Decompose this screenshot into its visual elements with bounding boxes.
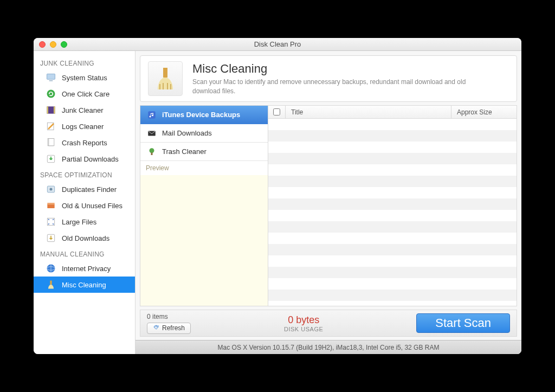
svg-rect-20 — [148, 111, 156, 119]
sidebar-item-old-downloads[interactable]: Old Downloads — [34, 230, 135, 246]
table-row — [268, 210, 517, 221]
download-arrow-icon — [46, 153, 56, 164]
table-row — [268, 267, 517, 278]
sidebar-item-duplicates-finder[interactable]: Duplicates Finder — [34, 181, 135, 197]
table-row — [268, 221, 517, 233]
sidebar-item-misc-cleaning[interactable]: Misc Cleaning — [34, 277, 135, 293]
gear-box-icon — [46, 184, 56, 195]
refresh-button[interactable]: Refresh — [147, 323, 191, 334]
sidebar-item-label: Internet Privacy — [62, 265, 111, 273]
pencil-note-icon — [46, 121, 56, 132]
svg-rect-4 — [47, 106, 49, 113]
sidebar-item-logs-cleaner[interactable]: Logs Cleaner — [34, 118, 135, 134]
select-all-checkbox[interactable] — [273, 108, 280, 115]
sidebar-item-partial-downloads[interactable]: Partial Downloads — [34, 151, 135, 167]
globe-icon — [46, 263, 56, 274]
table-row — [268, 187, 517, 198]
table-row — [268, 244, 517, 255]
refresh-circle-icon — [46, 88, 56, 99]
table-row — [268, 255, 517, 267]
broom-icon — [46, 279, 56, 290]
sidebar-item-label: Duplicates Finder — [62, 185, 117, 194]
trash-tree-icon — [147, 147, 157, 157]
envelope-icon — [147, 128, 157, 138]
results-header: Title Approx Size — [268, 106, 517, 119]
sidebar: JUNK CLEANING System Status One Click Ca… — [34, 51, 135, 354]
footer-bar: 0 items Refresh 0 bytes DISK USAGE Start… — [140, 310, 517, 337]
svg-point-11 — [50, 188, 53, 191]
column-check[interactable] — [268, 106, 286, 118]
window-title: Disk Clean Pro — [34, 40, 521, 48]
table-row — [268, 233, 517, 244]
results-panel: Title Approx Size — [268, 106, 517, 306]
svg-rect-12 — [47, 204, 54, 209]
svg-rect-13 — [47, 203, 54, 204]
sidebar-item-internet-privacy[interactable]: Internet Privacy — [34, 260, 135, 277]
sidebar-item-label: Logs Cleaner — [62, 123, 104, 131]
film-strip-icon — [46, 105, 56, 115]
items-count: 0 items — [147, 313, 191, 320]
sidebar-item-label: System Status — [62, 74, 107, 82]
arrow-down-icon — [46, 233, 56, 243]
disk-usage-bytes: 0 bytes — [191, 314, 416, 326]
system-info-bar: Mac OS X Version 10.15.7 (Build 19H2), i… — [135, 340, 521, 354]
start-scan-button[interactable]: Start Scan — [416, 313, 510, 333]
header-text: Misc Cleaning Scan your Mac to identify … — [192, 62, 474, 96]
sidebar-item-junk-cleaner[interactable]: Junk Cleaner — [34, 102, 135, 118]
sidebar-item-large-files[interactable]: Large Files — [34, 214, 135, 230]
table-row — [268, 153, 517, 164]
refresh-icon — [153, 324, 159, 332]
section-header-junk-cleaning: JUNK CLEANING — [34, 55, 135, 69]
disk-usage-label: DISK USAGE — [191, 326, 416, 332]
results-rows — [268, 119, 517, 306]
expand-icon — [46, 216, 56, 227]
footer-left: 0 items Refresh — [147, 313, 191, 334]
svg-rect-23 — [151, 152, 153, 155]
column-title[interactable]: Title — [286, 106, 451, 118]
preview-label: Preview — [140, 161, 268, 175]
table-row — [268, 278, 517, 290]
table-row — [268, 176, 517, 187]
section-header-space-optimization: SPACE OPTIMIZATION — [34, 167, 135, 181]
category-trash-cleaner[interactable]: Trash Cleaner — [140, 143, 268, 161]
workspace: iTunes Device Backups Mail Downloads Tra… — [140, 105, 517, 306]
sidebar-item-old-unused-files[interactable]: Old & Unused Files — [34, 197, 135, 214]
svg-rect-1 — [49, 80, 53, 81]
sidebar-item-label: Old Downloads — [62, 234, 109, 242]
category-label: Trash Cleaner — [162, 147, 206, 156]
page-title: Misc Cleaning — [192, 62, 474, 76]
footer-center: 0 bytes DISK USAGE — [191, 314, 416, 332]
table-row — [268, 119, 517, 130]
svg-rect-18 — [50, 281, 51, 285]
sidebar-item-label: Crash Reports — [62, 139, 107, 147]
main-panel: Misc Cleaning Scan your Mac to identify … — [135, 51, 521, 354]
table-row — [268, 142, 517, 153]
monitor-icon — [46, 72, 56, 83]
svg-rect-8 — [49, 139, 54, 146]
category-itunes-device-backups[interactable]: iTunes Device Backups — [140, 106, 268, 124]
category-label: iTunes Device Backups — [162, 111, 240, 119]
sidebar-item-label: Old & Unused Files — [62, 202, 122, 210]
svg-point-22 — [150, 148, 154, 153]
table-row — [268, 290, 517, 301]
section-header-manual-cleaning: MANUAL CLEANING — [34, 246, 135, 260]
table-row — [268, 130, 517, 142]
content: JUNK CLEANING System Status One Click Ca… — [34, 51, 521, 354]
category-label: Mail Downloads — [162, 129, 212, 137]
app-window: Disk Clean Pro JUNK CLEANING System Stat… — [34, 38, 521, 354]
sidebar-item-label: Misc Cleaning — [62, 281, 106, 289]
sidebar-item-crash-reports[interactable]: Crash Reports — [34, 134, 135, 151]
sidebar-item-label: One Click Care — [62, 90, 109, 98]
svg-rect-0 — [47, 74, 55, 79]
column-size[interactable]: Approx Size — [451, 106, 517, 118]
sidebar-item-system-status[interactable]: System Status — [34, 69, 135, 86]
table-row — [268, 198, 517, 210]
sidebar-item-one-click-care[interactable]: One Click Care — [34, 86, 135, 102]
preview-area — [140, 175, 268, 306]
document-icon — [46, 137, 56, 148]
category-mail-downloads[interactable]: Mail Downloads — [140, 124, 268, 143]
sidebar-item-label: Large Files — [62, 218, 96, 226]
svg-point-2 — [47, 90, 55, 98]
sidebar-item-label: Junk Cleaner — [62, 106, 104, 114]
broom-large-icon — [148, 61, 183, 96]
